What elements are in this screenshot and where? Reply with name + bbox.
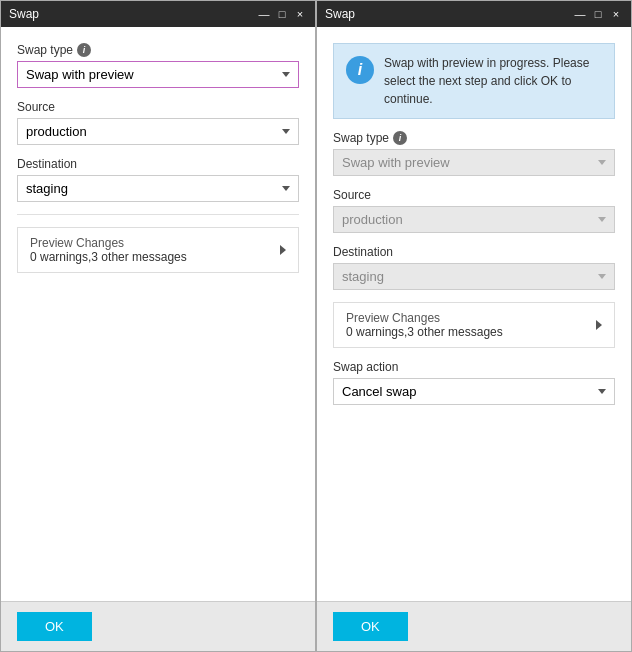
source-group-2: Source production bbox=[333, 188, 615, 233]
swap-type-select-2: Swap with preview bbox=[333, 149, 615, 176]
window-2-footer: OK bbox=[317, 601, 631, 651]
preview-changes-1[interactable]: Preview Changes 0 warnings,3 other messa… bbox=[17, 227, 299, 273]
window-1-body: Swap type i Swap with preview Source pro… bbox=[1, 27, 315, 601]
preview-changes-2[interactable]: Preview Changes 0 warnings,3 other messa… bbox=[333, 302, 615, 348]
title-bar-2: Swap — □ × bbox=[317, 1, 631, 27]
title-bar-controls-2: — □ × bbox=[573, 7, 623, 21]
swap-type-label-1: Swap type i bbox=[17, 43, 299, 57]
window-1: Swap — □ × Swap type i Swap with preview bbox=[0, 0, 316, 652]
source-chevron-1 bbox=[282, 129, 290, 134]
window-1-footer: OK bbox=[1, 601, 315, 651]
title-bar-1: Swap — □ × bbox=[1, 1, 315, 27]
swap-action-group: Swap action Cancel swap bbox=[333, 360, 615, 405]
windows-container: Swap — □ × Swap type i Swap with preview bbox=[0, 0, 632, 652]
swap-action-label: Swap action bbox=[333, 360, 615, 374]
preview-msg-2: 0 warnings,3 other messages bbox=[346, 325, 503, 339]
swap-action-select[interactable]: Cancel swap bbox=[333, 378, 615, 405]
minimize-btn-1[interactable]: — bbox=[257, 7, 271, 21]
destination-select-1[interactable]: staging bbox=[17, 175, 299, 202]
swap-type-chevron-1 bbox=[282, 72, 290, 77]
info-banner-text: Swap with preview in progress. Please se… bbox=[384, 54, 602, 108]
swap-type-chevron-2 bbox=[598, 160, 606, 165]
destination-group-1: Destination staging bbox=[17, 157, 299, 202]
window-2: Swap — □ × i Swap with preview in progre… bbox=[316, 0, 632, 652]
swap-type-label-2: Swap type i bbox=[333, 131, 615, 145]
maximize-btn-2[interactable]: □ bbox=[591, 7, 605, 21]
window-1-title: Swap bbox=[9, 7, 251, 21]
destination-group-2: Destination staging bbox=[333, 245, 615, 290]
swap-type-info-icon-2[interactable]: i bbox=[393, 131, 407, 145]
preview-msg-1: 0 warnings,3 other messages bbox=[30, 250, 187, 264]
swap-type-info-icon-1[interactable]: i bbox=[77, 43, 91, 57]
swap-type-group-1: Swap type i Swap with preview bbox=[17, 43, 299, 88]
window-2-title: Swap bbox=[325, 7, 567, 21]
swap-action-chevron bbox=[598, 389, 606, 394]
destination-label-1: Destination bbox=[17, 157, 299, 171]
ok-button-1[interactable]: OK bbox=[17, 612, 92, 641]
info-banner-icon: i bbox=[346, 56, 374, 84]
swap-type-group-2: Swap type i Swap with preview bbox=[333, 131, 615, 176]
window-2-body: i Swap with preview in progress. Please … bbox=[317, 27, 631, 601]
destination-chevron-2 bbox=[598, 274, 606, 279]
source-group-1: Source production bbox=[17, 100, 299, 145]
swap-type-select-1[interactable]: Swap with preview bbox=[17, 61, 299, 88]
preview-chevron-right-1 bbox=[280, 245, 286, 255]
preview-title-1: Preview Changes bbox=[30, 236, 187, 250]
ok-button-2[interactable]: OK bbox=[333, 612, 408, 641]
maximize-btn-1[interactable]: □ bbox=[275, 7, 289, 21]
destination-select-2: staging bbox=[333, 263, 615, 290]
divider-1 bbox=[17, 214, 299, 215]
destination-chevron-1 bbox=[282, 186, 290, 191]
info-banner: i Swap with preview in progress. Please … bbox=[333, 43, 615, 119]
destination-label-2: Destination bbox=[333, 245, 615, 259]
close-btn-1[interactable]: × bbox=[293, 7, 307, 21]
title-bar-controls-1: — □ × bbox=[257, 7, 307, 21]
source-select-1[interactable]: production bbox=[17, 118, 299, 145]
source-label-1: Source bbox=[17, 100, 299, 114]
source-label-2: Source bbox=[333, 188, 615, 202]
source-select-2: production bbox=[333, 206, 615, 233]
preview-title-2: Preview Changes bbox=[346, 311, 503, 325]
preview-chevron-right-2 bbox=[596, 320, 602, 330]
source-chevron-2 bbox=[598, 217, 606, 222]
minimize-btn-2[interactable]: — bbox=[573, 7, 587, 21]
close-btn-2[interactable]: × bbox=[609, 7, 623, 21]
